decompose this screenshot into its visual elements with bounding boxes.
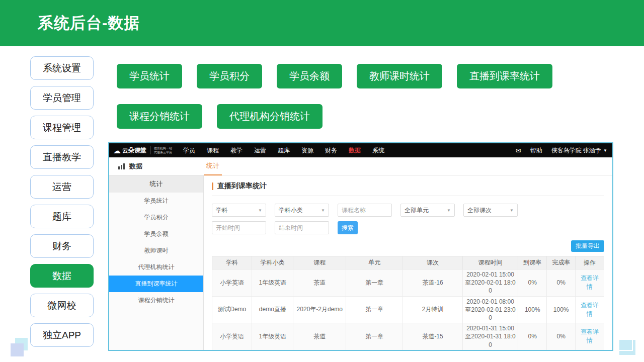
- col-subject: 学科: [212, 256, 252, 269]
- start-time-input[interactable]: [212, 221, 266, 234]
- account-name: 侠客岛学院 张涵予: [551, 146, 601, 155]
- mail-icon[interactable]: ✉: [516, 147, 521, 154]
- agency-distribution-stats-button[interactable]: 代理机构分销统计: [217, 104, 323, 129]
- col-actions: 操作: [576, 256, 604, 269]
- submenu-item-student-balance[interactable]: 学员余额: [109, 226, 203, 242]
- sidebar-item-operations[interactable]: 运营: [30, 175, 94, 199]
- content-title: 直播到课率统计: [217, 182, 267, 191]
- submenu-item-student-stats[interactable]: 学员统计: [109, 193, 203, 209]
- breadcrumb-section: 数据: [129, 162, 142, 171]
- filter-panel: 学科 ▼ 学科小类 ▼ 全部单元 ▼ 全部课次: [212, 204, 604, 234]
- sidebar: 系统设置 学员管理 课程管理 直播教学 运营 题库 财务 数据 微网校 独立AP…: [30, 56, 94, 353]
- nav-item-teaching[interactable]: 教学: [230, 146, 243, 155]
- page-title: 系统后台-数据: [38, 13, 140, 34]
- nav-item-students[interactable]: 学员: [183, 146, 195, 155]
- col-subcategory: 学科小类: [252, 256, 293, 269]
- submenu-item-live-attendance[interactable]: 直播到课率统计: [109, 276, 203, 292]
- search-button[interactable]: 搜索: [338, 221, 358, 234]
- sidebar-item-course-management[interactable]: 课程管理: [30, 116, 94, 139]
- student-balance-button[interactable]: 学员余额: [277, 64, 342, 88]
- sidebar-item-live-teaching[interactable]: 直播教学: [30, 145, 94, 169]
- attendance-table: 学科 学科小类 课程 单元 课次 课程时间 到课率 完成率 操作: [212, 256, 604, 350]
- view-details-link[interactable]: 查看详情: [581, 302, 599, 317]
- quick-buttons-row-1: 学员统计 学员积分 学员余额 教师课时统计 直播到课率统计: [117, 64, 552, 88]
- help-link[interactable]: 帮助: [530, 146, 542, 155]
- page: 系统后台-数据 系统设置 学员管理 课程管理 直播教学 运营 题库 财务 数据 …: [0, 0, 644, 362]
- content-title-row: 直播到课率统计: [212, 182, 604, 196]
- nav-item-operations[interactable]: 运营: [254, 146, 266, 155]
- sidebar-item-finance[interactable]: 财务: [30, 234, 94, 258]
- title-accent-bar: [212, 183, 213, 190]
- nav-item-resources[interactable]: 资源: [301, 146, 313, 155]
- top-banner: 系统后台-数据: [0, 0, 644, 46]
- account-menu[interactable]: 侠客岛学院 张涵予 ▼: [551, 146, 607, 155]
- nav-item-finance[interactable]: 财务: [325, 146, 337, 155]
- brand-name: 云朵课堂: [122, 146, 146, 155]
- chevron-down-icon: ▼: [258, 208, 262, 213]
- sidebar-item-system-settings[interactable]: 系统设置: [30, 56, 94, 80]
- admin-nav-right: ✉ 帮助 侠客岛学院 张涵予 ▼: [516, 146, 607, 155]
- table-row: 测试Demo demo直播 2020年-2月demo 第一章 2月特训 2020…: [212, 296, 604, 323]
- view-details-link[interactable]: 查看详情: [581, 275, 599, 290]
- main-content: 直播到课率统计 学科 ▼ 学科小类 ▼ 全部: [204, 175, 612, 350]
- teacher-hours-stats-button[interactable]: 教师课时统计: [357, 64, 442, 88]
- submenu-header: 统计: [109, 175, 203, 193]
- subject-select[interactable]: 学科 ▼: [212, 204, 266, 217]
- table-row: 小学英语 1年级英语 茶道 第一章 茶道-15 2020-01-31 15:00…: [212, 323, 604, 350]
- submenu-item-course-distribution[interactable]: 课程分销统计: [109, 292, 203, 309]
- col-unit: 单元: [346, 256, 403, 269]
- col-attendance-rate: 到课率: [518, 256, 547, 269]
- admin-body: 统计 学员统计 学员积分 学员余额 教师课时 代理机构统计 直播到课率统计 课程…: [109, 175, 612, 350]
- decor-square-bottom-left-front: [11, 343, 24, 356]
- quick-buttons-row-2: 课程分销统计 代理机构分销统计: [117, 104, 552, 129]
- chevron-down-icon: ▼: [603, 148, 607, 153]
- chevron-down-icon: ▼: [321, 208, 325, 213]
- end-time-input[interactable]: [275, 221, 329, 234]
- nav-item-data[interactable]: 数据: [349, 146, 361, 155]
- export-row: 批量导出: [212, 240, 604, 252]
- nav-item-system[interactable]: 系统: [372, 146, 384, 155]
- tab-statistics[interactable]: 统计: [204, 157, 222, 175]
- sidebar-item-data[interactable]: 数据: [30, 264, 94, 288]
- sidebar-item-micro-school[interactable]: 微网校: [30, 294, 94, 317]
- submenu-item-agency-stats[interactable]: 代理机构统计: [109, 259, 203, 276]
- batch-export-button[interactable]: 批量导出: [571, 240, 604, 252]
- filter-row-2: 搜索: [212, 221, 604, 234]
- course-name-input[interactable]: [338, 204, 392, 217]
- col-completion-rate: 完成率: [547, 256, 576, 269]
- decor-square-bottom-right-outline: [615, 336, 633, 351]
- course-distribution-stats-button[interactable]: 课程分销统计: [117, 104, 202, 129]
- col-course-time: 课程时间: [462, 256, 518, 269]
- subject-subcategory-select[interactable]: 学科小类 ▼: [275, 204, 329, 217]
- admin-nav-items: 学员 课程 教学 运营 题库 资源 财务 数据 系统: [183, 146, 384, 155]
- view-details-link[interactable]: 查看详情: [581, 328, 599, 344]
- lesson-select[interactable]: 全部课次 ▼: [463, 204, 518, 217]
- bar-chart-icon: [118, 163, 126, 169]
- table-header-row: 学科 学科小类 课程 单元 课次 课程时间 到课率 完成率 操作: [212, 256, 604, 269]
- col-lesson: 课次: [403, 256, 462, 269]
- cloud-logo-icon: ☁: [113, 147, 121, 154]
- student-points-button[interactable]: 学员积分: [197, 64, 262, 88]
- live-attendance-stats-button[interactable]: 直播到课率统计: [457, 64, 552, 88]
- nav-item-courses[interactable]: 课程: [207, 146, 219, 155]
- filter-row-1: 学科 ▼ 学科小类 ▼ 全部单元 ▼ 全部课次: [212, 204, 604, 217]
- admin-screenshot: ☁ 云朵课堂 教育机构一站 式服务云平台 学员 课程 教学 运营 题库 资源 财…: [108, 142, 613, 351]
- table-row: 小学英语 1年级英语 茶道 第一章 茶道-16 2020-02-01 15:00…: [212, 269, 604, 297]
- student-stats-button[interactable]: 学员统计: [117, 64, 182, 88]
- chevron-down-icon: ▼: [447, 208, 451, 213]
- unit-select[interactable]: 全部单元 ▼: [400, 204, 455, 217]
- brand-tagline: 教育机构一站 式服务云平台: [150, 146, 172, 154]
- breadcrumb-bar: 数据 统计: [109, 157, 612, 175]
- nav-item-question-bank[interactable]: 题库: [278, 146, 290, 155]
- quick-buttons: 学员统计 学员积分 学员余额 教师课时统计 直播到课率统计 课程分销统计 代理机…: [117, 64, 552, 129]
- admin-top-nav: ☁ 云朵课堂 教育机构一站 式服务云平台 学员 课程 教学 运营 题库 资源 财…: [109, 143, 612, 157]
- sidebar-item-standalone-app[interactable]: 独立APP: [30, 323, 94, 347]
- brand-logo: ☁ 云朵课堂 教育机构一站 式服务云平台: [113, 146, 172, 155]
- sidebar-item-question-bank[interactable]: 题库: [30, 205, 94, 228]
- sidebar-item-student-management[interactable]: 学员管理: [30, 86, 94, 110]
- stats-submenu: 统计 学员统计 学员积分 学员余额 教师课时 代理机构统计 直播到课率统计 课程…: [109, 175, 204, 350]
- chevron-down-icon: ▼: [510, 208, 514, 213]
- submenu-item-teacher-hours[interactable]: 教师课时: [109, 242, 203, 259]
- submenu-item-student-points[interactable]: 学员积分: [109, 209, 203, 226]
- col-course: 课程: [293, 256, 346, 269]
